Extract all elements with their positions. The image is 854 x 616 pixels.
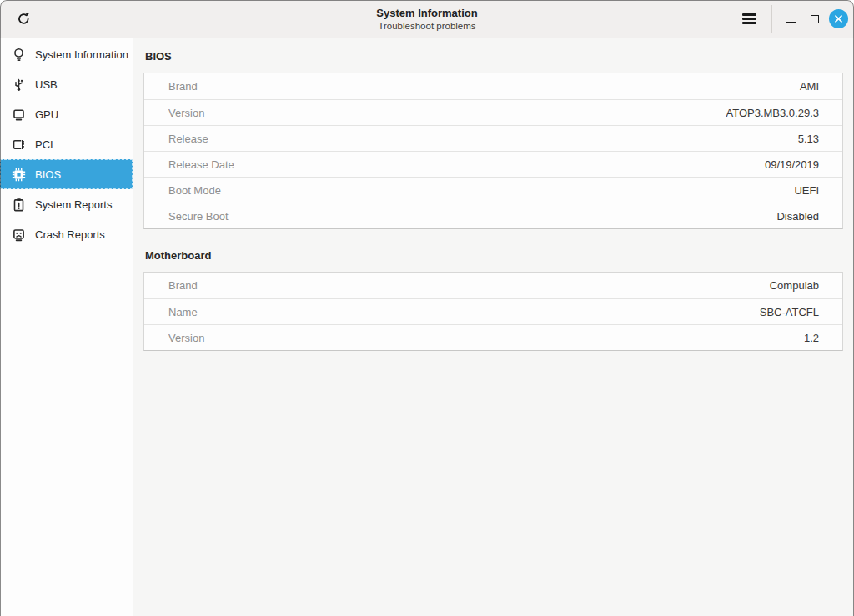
app-window: System Information Troubleshoot problems xyxy=(0,0,854,616)
row-label: Name xyxy=(168,306,198,318)
sidebar-item-crash-reports[interactable]: Crash Reports xyxy=(0,219,133,249)
clipboard-alert-icon xyxy=(12,198,26,212)
usb-icon xyxy=(12,78,26,92)
table-row: Version ATOP3.MB3.0.29.3 xyxy=(144,99,842,125)
row-label: Version xyxy=(168,107,204,119)
table-row: Brand AMI xyxy=(144,73,842,99)
minimize-button[interactable] xyxy=(780,8,802,30)
sidebar-item-label: USB xyxy=(35,78,58,91)
monitor-icon xyxy=(12,108,26,122)
row-label: Release xyxy=(168,133,208,145)
close-button[interactable] xyxy=(829,9,848,28)
row-label: Boot Mode xyxy=(168,184,221,197)
row-value: AMI xyxy=(800,80,819,93)
table-row: Boot Mode UEFI xyxy=(144,177,842,203)
window-subtitle: Troubleshoot problems xyxy=(376,20,477,32)
table-row: Release 5.13 xyxy=(144,125,842,151)
sidebar-item-system-reports[interactable]: System Reports xyxy=(0,189,133,219)
content-panel: BIOS Brand AMI Version ATOP3.MB3.0.29.3 … xyxy=(133,38,854,616)
row-value: Disabled xyxy=(776,210,819,223)
title-block: System Information Troubleshoot problems xyxy=(376,7,477,32)
sidebar-item-label: PCI xyxy=(35,138,53,151)
sidebar-item-bios[interactable]: BIOS xyxy=(0,159,133,189)
menu-button[interactable] xyxy=(735,5,763,33)
row-label: Brand xyxy=(168,279,198,292)
titlebar-separator xyxy=(771,5,772,33)
sidebar-item-label: System Reports xyxy=(35,198,112,211)
refresh-icon xyxy=(16,11,32,27)
titlebar[interactable]: System Information Troubleshoot problems xyxy=(0,0,854,38)
sidebar-item-system-information[interactable]: System Information xyxy=(0,39,133,69)
pci-card-icon xyxy=(12,138,26,152)
sidebar-item-pci[interactable]: PCI xyxy=(0,129,133,159)
sidebar-item-label: BIOS xyxy=(35,168,61,181)
table-row: Brand Compulab xyxy=(144,273,842,298)
row-value: 09/19/2019 xyxy=(765,158,819,171)
sidebar-item-gpu[interactable]: GPU xyxy=(0,99,133,129)
row-label: Release Date xyxy=(168,158,234,171)
row-label: Brand xyxy=(168,80,198,93)
table-row: Version 1.2 xyxy=(144,324,842,350)
section-title: BIOS xyxy=(145,50,843,63)
minimize-icon xyxy=(786,15,796,23)
row-label: Version xyxy=(168,332,204,344)
main-area: System Information USB xyxy=(0,38,854,616)
chip-icon xyxy=(12,168,26,182)
hamburger-menu-icon xyxy=(742,13,756,24)
info-table: Brand AMI Version ATOP3.MB3.0.29.3 Relea… xyxy=(143,73,843,229)
row-value: UEFI xyxy=(794,184,819,197)
table-row: Release Date 09/19/2019 xyxy=(144,151,842,177)
titlebar-controls xyxy=(735,0,854,38)
crash-screen-icon xyxy=(12,228,26,242)
row-value: ATOP3.MB3.0.29.3 xyxy=(726,107,819,119)
refresh-button[interactable] xyxy=(10,6,37,33)
row-value: 5.13 xyxy=(798,133,819,145)
table-row: Secure Boot Disabled xyxy=(144,203,842,228)
window-title: System Information xyxy=(376,7,477,20)
section-motherboard: Motherboard Brand Compulab Name SBC-ATCF… xyxy=(143,249,843,351)
info-table: Brand Compulab Name SBC-ATCFL Version 1.… xyxy=(143,272,843,351)
table-row: Name SBC-ATCFL xyxy=(144,298,842,324)
section-bios: BIOS Brand AMI Version ATOP3.MB3.0.29.3 … xyxy=(143,50,843,229)
row-value: SBC-ATCFL xyxy=(760,306,819,318)
section-title: Motherboard xyxy=(145,249,843,262)
sidebar: System Information USB xyxy=(0,38,133,616)
row-value: 1.2 xyxy=(804,332,819,344)
sidebar-item-usb[interactable]: USB xyxy=(0,69,133,99)
row-label: Secure Boot xyxy=(168,210,229,223)
sidebar-item-label: GPU xyxy=(35,108,58,121)
maximize-button[interactable] xyxy=(803,8,826,30)
row-value: Compulab xyxy=(770,279,819,292)
maximize-icon xyxy=(811,15,819,23)
close-icon xyxy=(834,14,843,23)
lightbulb-icon xyxy=(12,48,26,62)
sidebar-item-label: Crash Reports xyxy=(35,228,105,241)
sidebar-item-label: System Information xyxy=(35,48,128,61)
